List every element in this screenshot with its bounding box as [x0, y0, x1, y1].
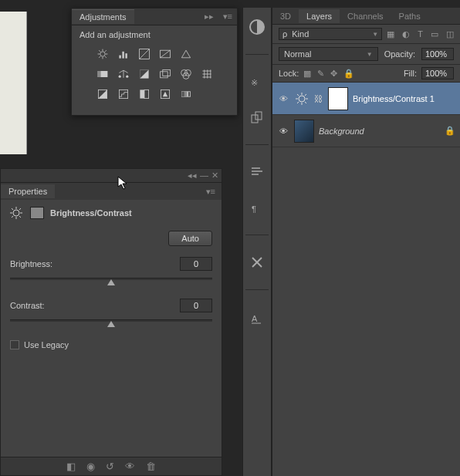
visibility-toggle-icon[interactable]: 👁	[125, 461, 135, 472]
filter-kind-label: Kind	[292, 29, 309, 39]
reset-icon[interactable]: ↺	[106, 461, 114, 472]
selective-color-icon[interactable]	[157, 87, 173, 101]
levels-icon[interactable]	[116, 47, 131, 61]
filter-pixel-icon[interactable]: ▦	[387, 29, 394, 39]
delete-icon[interactable]: 🗑	[146, 461, 156, 472]
filter-type-icon[interactable]: T	[418, 29, 423, 39]
properties-header: Properties ▾≡	[1, 183, 222, 200]
contrast-slider[interactable]	[10, 317, 212, 328]
svg-rect-43	[187, 92, 188, 96]
properties-menu-icon[interactable]: ▾≡	[200, 187, 222, 197]
color-lookup-icon[interactable]	[199, 67, 215, 81]
layer-item-adjustment[interactable]: 👁 ⛓ Brightness/Contrast 1	[272, 83, 460, 115]
link-icon[interactable]: ⛓	[314, 94, 323, 103]
brightness-icon[interactable]	[8, 206, 24, 220]
collapsed-panel-strip: ※ ¶ A	[242, 8, 272, 476]
lock-position-icon[interactable]: ✥	[330, 69, 337, 79]
layer-thumb[interactable]	[294, 120, 314, 143]
tab-paths[interactable]: Paths	[391, 9, 428, 23]
mask-thumb-icon[interactable]	[30, 207, 44, 219]
lock-transparency-icon[interactable]: ▩	[303, 69, 311, 79]
view-previous-icon[interactable]: ◉	[86, 461, 95, 472]
lock-all-icon[interactable]: 🔒	[343, 69, 354, 79]
lock-paint-icon[interactable]: ✎	[317, 69, 324, 79]
channel-mixer-icon[interactable]	[178, 67, 194, 81]
character-icon[interactable]: A	[248, 309, 266, 326]
curves-icon[interactable]	[137, 47, 152, 61]
posterize-icon[interactable]	[116, 87, 131, 101]
legacy-label: Use Legacy	[24, 340, 69, 349]
collapse-left-icon[interactable]: ◂◂	[188, 170, 197, 181]
tab-3d[interactable]: 3D	[272, 9, 299, 23]
svg-line-50	[19, 216, 21, 218]
black-white-icon[interactable]	[137, 67, 152, 81]
chevron-down-icon: ▼	[372, 31, 378, 38]
document-canvas[interactable]	[0, 12, 27, 154]
vibrance-icon[interactable]	[178, 47, 194, 61]
visibility-icon[interactable]: 👁	[277, 94, 289, 103]
properties-panel: ◂◂ — ✕ Properties ▾≡ Brightness/Contrast…	[0, 168, 222, 476]
svg-rect-22	[161, 72, 168, 78]
color-swatch-icon[interactable]	[248, 19, 266, 35]
threshold-icon[interactable]	[137, 87, 152, 101]
filter-smart-icon[interactable]: ◫	[446, 29, 454, 39]
properties-drag-bar[interactable]: ◂◂ — ✕	[1, 169, 222, 183]
blend-row: Normal ▼ Opacity: 100%	[272, 44, 460, 65]
contrast-label: Contrast:	[10, 301, 45, 310]
color-balance-icon[interactable]	[116, 67, 131, 81]
lock-label: Lock:	[279, 69, 299, 78]
adjustments-panel: Adjustments ▸▸ ▾≡ Add an adjustment	[71, 8, 238, 116]
svg-line-72	[297, 102, 299, 103]
tab-channels[interactable]: Channels	[340, 9, 391, 23]
filter-shape-icon[interactable]: ▭	[431, 29, 438, 39]
svg-rect-42	[184, 92, 187, 96]
opacity-input[interactable]: 100%	[421, 48, 454, 60]
slider-thumb-icon[interactable]	[107, 321, 115, 327]
brightness-contrast-icon[interactable]	[95, 47, 110, 61]
svg-rect-23	[163, 69, 171, 76]
svg-rect-41	[181, 92, 184, 96]
clip-to-layer-icon[interactable]: ◧	[66, 461, 76, 472]
properties-tab[interactable]: Properties	[1, 184, 55, 198]
collapse-icon[interactable]: ▸▸	[200, 12, 218, 22]
exposure-icon[interactable]	[157, 47, 173, 61]
auto-button[interactable]: Auto	[168, 231, 212, 246]
layer-name[interactable]: Brightness/Contrast 1	[353, 94, 455, 103]
tool-presets-icon[interactable]	[248, 254, 266, 271]
mask-thumb[interactable]	[328, 87, 348, 110]
minimize-icon[interactable]: —	[200, 170, 208, 181]
adjustment-thumb-icon[interactable]	[294, 92, 309, 106]
contrast-input[interactable]	[180, 299, 212, 312]
legacy-checkbox[interactable]	[10, 340, 19, 349]
paragraph-icon[interactable]	[248, 164, 266, 181]
panel-menu-icon[interactable]: ▾≡	[218, 12, 237, 22]
filter-adjustment-icon[interactable]: ◐	[402, 29, 410, 39]
blend-mode-select[interactable]: Normal ▼	[279, 47, 378, 61]
svg-line-8	[105, 50, 107, 52]
properties-type-row: Brightness/Contrast	[1, 200, 222, 226]
layer-item-background[interactable]: 👁 Background 🔒	[272, 115, 460, 147]
gradient-map-icon[interactable]	[178, 87, 194, 101]
slider-thumb-icon[interactable]	[107, 279, 115, 285]
brush-presets-icon[interactable]: ※	[248, 73, 266, 90]
adjustments-tab[interactable]: Adjustments	[72, 9, 134, 24]
invert-icon[interactable]	[95, 87, 110, 101]
fill-input[interactable]: 100%	[421, 67, 454, 79]
brightness-slider[interactable]	[10, 275, 212, 286]
tab-layers[interactable]: Layers	[299, 9, 340, 23]
brightness-label: Brightness:	[10, 259, 52, 268]
legacy-row[interactable]: Use Legacy	[10, 340, 212, 349]
filter-kind-select[interactable]: ρ Kind ▼	[279, 28, 382, 40]
layers-panel: 3D Layers Channels Paths ρ Kind ▼ ▦ ◐ T …	[272, 8, 460, 476]
hue-saturation-icon[interactable]	[95, 67, 110, 81]
lock-icon[interactable]: 🔒	[445, 126, 455, 136]
brightness-input[interactable]	[180, 257, 212, 271]
clone-source-icon[interactable]	[248, 109, 266, 126]
pilcrow-icon[interactable]: ¶	[248, 199, 266, 216]
layer-name[interactable]: Background	[319, 127, 440, 136]
close-icon[interactable]: ✕	[211, 170, 218, 181]
svg-point-0	[100, 52, 105, 56]
adjustments-header: Add an adjustment	[72, 25, 237, 44]
photo-filter-icon[interactable]	[157, 67, 173, 81]
visibility-icon[interactable]: 👁	[277, 127, 289, 136]
